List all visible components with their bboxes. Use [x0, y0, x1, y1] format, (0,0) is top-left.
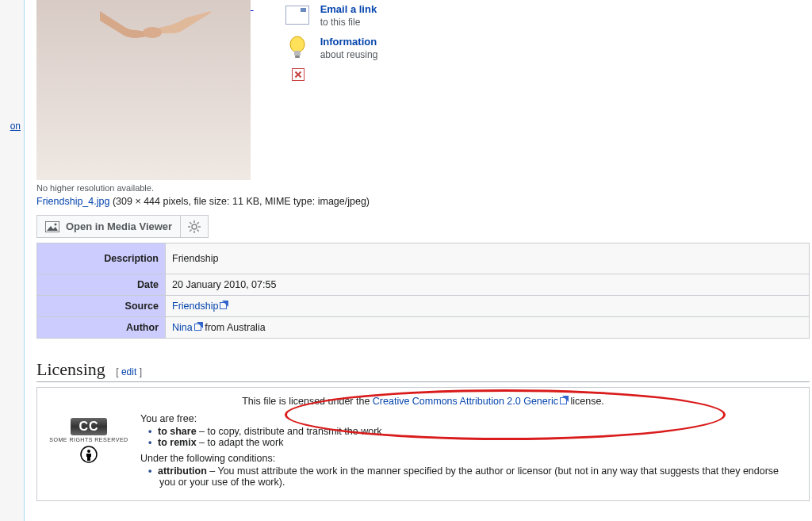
svg-line-12	[190, 222, 191, 224]
external-link-icon	[220, 301, 228, 309]
cc-license-link[interactable]: Creative Commons Attribution 2.0 Generic	[373, 396, 558, 407]
cc-logo-column: CC SOME RIGHTS RESERVED	[37, 413, 140, 492]
attribution-icon	[45, 446, 132, 465]
hands-illustration	[100, 11, 211, 59]
source-value: Friendship	[166, 296, 810, 317]
svg-marker-5	[47, 226, 58, 231]
some-rights-reserved: SOME RIGHTS RESERVED	[45, 437, 132, 442]
image-icon	[45, 221, 59, 232]
author-label: Author	[37, 317, 166, 339]
information-label[interactable]: Information	[320, 36, 377, 48]
sidebar-link-truncated[interactable]: on	[10, 121, 21, 132]
edit-link[interactable]: edit	[121, 366, 136, 377]
external-link-icon	[560, 396, 568, 404]
svg-rect-3	[295, 56, 300, 58]
date-label: Date	[37, 274, 166, 296]
left-sidebar: on	[0, 0, 25, 521]
envelope-icon	[285, 6, 309, 25]
file-image-link[interactable]	[36, 0, 254, 12]
gear-icon	[188, 220, 201, 233]
author-rest: from Australia	[202, 322, 266, 333]
email-link-sub: to this file	[320, 17, 377, 28]
svg-point-6	[55, 223, 57, 225]
license-remix-item: to remix – to adapt the work	[159, 437, 793, 448]
date-value: 20 January 2010, 07:55	[166, 274, 810, 296]
broken-image-icon	[292, 68, 304, 81]
desc-label: Description	[37, 243, 166, 274]
license-box: This file is licensed under the Creative…	[36, 387, 810, 501]
svg-point-7	[192, 224, 197, 229]
source-label: Source	[37, 296, 166, 317]
edit-section: [ edit ]	[116, 366, 142, 377]
file-details-line: Friendship_4.jpg (309 × 444 pixels, file…	[36, 196, 812, 207]
desc-value: Friendship	[166, 243, 810, 274]
licensing-heading: Licensing [ edit ]	[36, 359, 810, 382]
information-action[interactable]: Information about reusing	[285, 36, 378, 60]
svg-line-14	[190, 229, 191, 231]
svg-line-15	[197, 222, 199, 224]
license-text: You are free: to share – to copy, distri…	[140, 413, 809, 492]
external-link-icon	[194, 323, 202, 331]
license-statement: This file is licensed under the Creative…	[37, 388, 809, 413]
author-link[interactable]: Nina	[172, 322, 193, 333]
file-image	[36, 0, 251, 180]
svg-point-0	[143, 27, 162, 38]
cc-logo: CC	[71, 418, 106, 435]
open-media-viewer-button[interactable]: Open in Media Viewer	[36, 215, 181, 238]
under-conditions: Under the following conditions:	[140, 453, 793, 464]
lightbulb-icon	[285, 36, 309, 59]
open-media-viewer-label: Open in Media Viewer	[66, 220, 172, 232]
license-attribution-item: attribution – You must attribute the wor…	[159, 465, 793, 488]
svg-point-1	[290, 36, 304, 52]
file-name-link[interactable]: Friendship_4.jpg	[36, 196, 109, 207]
svg-rect-2	[294, 51, 301, 56]
author-value: Nina from Australia	[166, 317, 810, 339]
no-higher-res-text: No higher resolution available.	[36, 183, 812, 193]
svg-point-17	[87, 450, 90, 453]
file-dimensions: (309 × 444 pixels, file size: 11 KB, MIM…	[109, 196, 370, 207]
svg-line-13	[197, 229, 199, 231]
information-sub: about reusing	[320, 49, 378, 60]
media-viewer-settings-button[interactable]	[181, 215, 209, 238]
you-are-free: You are free:	[140, 413, 793, 424]
file-info-table: Description Friendship Date 20 January 2…	[36, 243, 810, 339]
source-link[interactable]: Friendship	[172, 301, 218, 312]
license-share-item: to share – to copy, distribute and trans…	[159, 426, 793, 437]
email-link-action[interactable]: Email a link to this file	[285, 3, 378, 28]
licensing-heading-text: Licensing	[36, 359, 105, 379]
email-link-label[interactable]: Email a link	[320, 3, 377, 15]
